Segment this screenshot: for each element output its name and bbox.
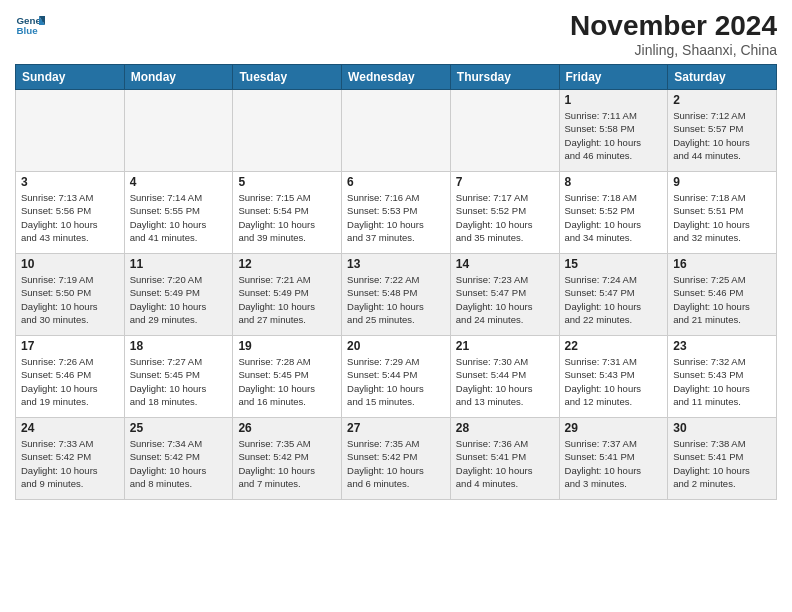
- day-info: Sunrise: 7:35 AM Sunset: 5:42 PM Dayligh…: [238, 437, 336, 490]
- calendar-week-3: 17Sunrise: 7:26 AM Sunset: 5:46 PM Dayli…: [16, 336, 777, 418]
- title-block: November 2024 Jinling, Shaanxi, China: [570, 10, 777, 58]
- calendar-cell: 16Sunrise: 7:25 AM Sunset: 5:46 PM Dayli…: [668, 254, 777, 336]
- location: Jinling, Shaanxi, China: [570, 42, 777, 58]
- weekday-header-saturday: Saturday: [668, 65, 777, 90]
- day-info: Sunrise: 7:19 AM Sunset: 5:50 PM Dayligh…: [21, 273, 119, 326]
- calendar-cell: [16, 90, 125, 172]
- day-number: 4: [130, 175, 228, 189]
- day-info: Sunrise: 7:13 AM Sunset: 5:56 PM Dayligh…: [21, 191, 119, 244]
- day-info: Sunrise: 7:23 AM Sunset: 5:47 PM Dayligh…: [456, 273, 554, 326]
- calendar-cell: 13Sunrise: 7:22 AM Sunset: 5:48 PM Dayli…: [342, 254, 451, 336]
- calendar-cell: 14Sunrise: 7:23 AM Sunset: 5:47 PM Dayli…: [450, 254, 559, 336]
- header: General Blue November 2024 Jinling, Shaa…: [15, 10, 777, 58]
- calendar-cell: 3Sunrise: 7:13 AM Sunset: 5:56 PM Daylig…: [16, 172, 125, 254]
- calendar-cell: 11Sunrise: 7:20 AM Sunset: 5:49 PM Dayli…: [124, 254, 233, 336]
- day-number: 29: [565, 421, 663, 435]
- calendar-cell: 21Sunrise: 7:30 AM Sunset: 5:44 PM Dayli…: [450, 336, 559, 418]
- day-info: Sunrise: 7:22 AM Sunset: 5:48 PM Dayligh…: [347, 273, 445, 326]
- day-info: Sunrise: 7:32 AM Sunset: 5:43 PM Dayligh…: [673, 355, 771, 408]
- calendar-cell: 17Sunrise: 7:26 AM Sunset: 5:46 PM Dayli…: [16, 336, 125, 418]
- day-info: Sunrise: 7:18 AM Sunset: 5:51 PM Dayligh…: [673, 191, 771, 244]
- calendar-cell: 26Sunrise: 7:35 AM Sunset: 5:42 PM Dayli…: [233, 418, 342, 500]
- day-info: Sunrise: 7:11 AM Sunset: 5:58 PM Dayligh…: [565, 109, 663, 162]
- day-info: Sunrise: 7:31 AM Sunset: 5:43 PM Dayligh…: [565, 355, 663, 408]
- day-number: 28: [456, 421, 554, 435]
- day-info: Sunrise: 7:27 AM Sunset: 5:45 PM Dayligh…: [130, 355, 228, 408]
- day-number: 22: [565, 339, 663, 353]
- weekday-header-thursday: Thursday: [450, 65, 559, 90]
- day-number: 15: [565, 257, 663, 271]
- calendar-cell: 10Sunrise: 7:19 AM Sunset: 5:50 PM Dayli…: [16, 254, 125, 336]
- weekday-header-wednesday: Wednesday: [342, 65, 451, 90]
- calendar-week-1: 3Sunrise: 7:13 AM Sunset: 5:56 PM Daylig…: [16, 172, 777, 254]
- day-number: 13: [347, 257, 445, 271]
- calendar-cell: [233, 90, 342, 172]
- calendar-cell: 2Sunrise: 7:12 AM Sunset: 5:57 PM Daylig…: [668, 90, 777, 172]
- calendar-cell: 20Sunrise: 7:29 AM Sunset: 5:44 PM Dayli…: [342, 336, 451, 418]
- day-info: Sunrise: 7:17 AM Sunset: 5:52 PM Dayligh…: [456, 191, 554, 244]
- day-number: 7: [456, 175, 554, 189]
- calendar-cell: 6Sunrise: 7:16 AM Sunset: 5:53 PM Daylig…: [342, 172, 451, 254]
- day-number: 18: [130, 339, 228, 353]
- day-number: 21: [456, 339, 554, 353]
- day-number: 23: [673, 339, 771, 353]
- weekday-header-friday: Friday: [559, 65, 668, 90]
- day-number: 11: [130, 257, 228, 271]
- svg-text:Blue: Blue: [17, 25, 39, 36]
- calendar-cell: 25Sunrise: 7:34 AM Sunset: 5:42 PM Dayli…: [124, 418, 233, 500]
- calendar-cell: 1Sunrise: 7:11 AM Sunset: 5:58 PM Daylig…: [559, 90, 668, 172]
- day-info: Sunrise: 7:14 AM Sunset: 5:55 PM Dayligh…: [130, 191, 228, 244]
- calendar-week-4: 24Sunrise: 7:33 AM Sunset: 5:42 PM Dayli…: [16, 418, 777, 500]
- calendar-cell: [124, 90, 233, 172]
- day-info: Sunrise: 7:26 AM Sunset: 5:46 PM Dayligh…: [21, 355, 119, 408]
- day-number: 8: [565, 175, 663, 189]
- day-number: 9: [673, 175, 771, 189]
- day-number: 26: [238, 421, 336, 435]
- month-title: November 2024: [570, 10, 777, 42]
- calendar-cell: 15Sunrise: 7:24 AM Sunset: 5:47 PM Dayli…: [559, 254, 668, 336]
- calendar-cell: 30Sunrise: 7:38 AM Sunset: 5:41 PM Dayli…: [668, 418, 777, 500]
- day-info: Sunrise: 7:38 AM Sunset: 5:41 PM Dayligh…: [673, 437, 771, 490]
- day-number: 19: [238, 339, 336, 353]
- weekday-header-tuesday: Tuesday: [233, 65, 342, 90]
- day-number: 27: [347, 421, 445, 435]
- page-container: General Blue November 2024 Jinling, Shaa…: [0, 0, 792, 510]
- calendar-cell: 24Sunrise: 7:33 AM Sunset: 5:42 PM Dayli…: [16, 418, 125, 500]
- day-number: 14: [456, 257, 554, 271]
- day-info: Sunrise: 7:36 AM Sunset: 5:41 PM Dayligh…: [456, 437, 554, 490]
- calendar-cell: 8Sunrise: 7:18 AM Sunset: 5:52 PM Daylig…: [559, 172, 668, 254]
- calendar-cell: [450, 90, 559, 172]
- weekday-header-sunday: Sunday: [16, 65, 125, 90]
- calendar-cell: 22Sunrise: 7:31 AM Sunset: 5:43 PM Dayli…: [559, 336, 668, 418]
- calendar-table: SundayMondayTuesdayWednesdayThursdayFrid…: [15, 64, 777, 500]
- day-number: 1: [565, 93, 663, 107]
- day-info: Sunrise: 7:18 AM Sunset: 5:52 PM Dayligh…: [565, 191, 663, 244]
- weekday-header-monday: Monday: [124, 65, 233, 90]
- day-number: 30: [673, 421, 771, 435]
- calendar-cell: 18Sunrise: 7:27 AM Sunset: 5:45 PM Dayli…: [124, 336, 233, 418]
- logo-icon: General Blue: [15, 10, 45, 40]
- day-info: Sunrise: 7:21 AM Sunset: 5:49 PM Dayligh…: [238, 273, 336, 326]
- day-number: 2: [673, 93, 771, 107]
- day-info: Sunrise: 7:20 AM Sunset: 5:49 PM Dayligh…: [130, 273, 228, 326]
- calendar-cell: 9Sunrise: 7:18 AM Sunset: 5:51 PM Daylig…: [668, 172, 777, 254]
- day-number: 24: [21, 421, 119, 435]
- calendar-cell: 7Sunrise: 7:17 AM Sunset: 5:52 PM Daylig…: [450, 172, 559, 254]
- weekday-header-row: SundayMondayTuesdayWednesdayThursdayFrid…: [16, 65, 777, 90]
- day-info: Sunrise: 7:25 AM Sunset: 5:46 PM Dayligh…: [673, 273, 771, 326]
- day-number: 3: [21, 175, 119, 189]
- day-info: Sunrise: 7:33 AM Sunset: 5:42 PM Dayligh…: [21, 437, 119, 490]
- calendar-cell: [342, 90, 451, 172]
- calendar-cell: 29Sunrise: 7:37 AM Sunset: 5:41 PM Dayli…: [559, 418, 668, 500]
- day-info: Sunrise: 7:29 AM Sunset: 5:44 PM Dayligh…: [347, 355, 445, 408]
- calendar-cell: 4Sunrise: 7:14 AM Sunset: 5:55 PM Daylig…: [124, 172, 233, 254]
- day-number: 5: [238, 175, 336, 189]
- day-info: Sunrise: 7:30 AM Sunset: 5:44 PM Dayligh…: [456, 355, 554, 408]
- day-info: Sunrise: 7:12 AM Sunset: 5:57 PM Dayligh…: [673, 109, 771, 162]
- calendar-week-0: 1Sunrise: 7:11 AM Sunset: 5:58 PM Daylig…: [16, 90, 777, 172]
- logo: General Blue: [15, 10, 48, 40]
- day-number: 10: [21, 257, 119, 271]
- calendar-cell: 12Sunrise: 7:21 AM Sunset: 5:49 PM Dayli…: [233, 254, 342, 336]
- calendar-week-2: 10Sunrise: 7:19 AM Sunset: 5:50 PM Dayli…: [16, 254, 777, 336]
- day-info: Sunrise: 7:15 AM Sunset: 5:54 PM Dayligh…: [238, 191, 336, 244]
